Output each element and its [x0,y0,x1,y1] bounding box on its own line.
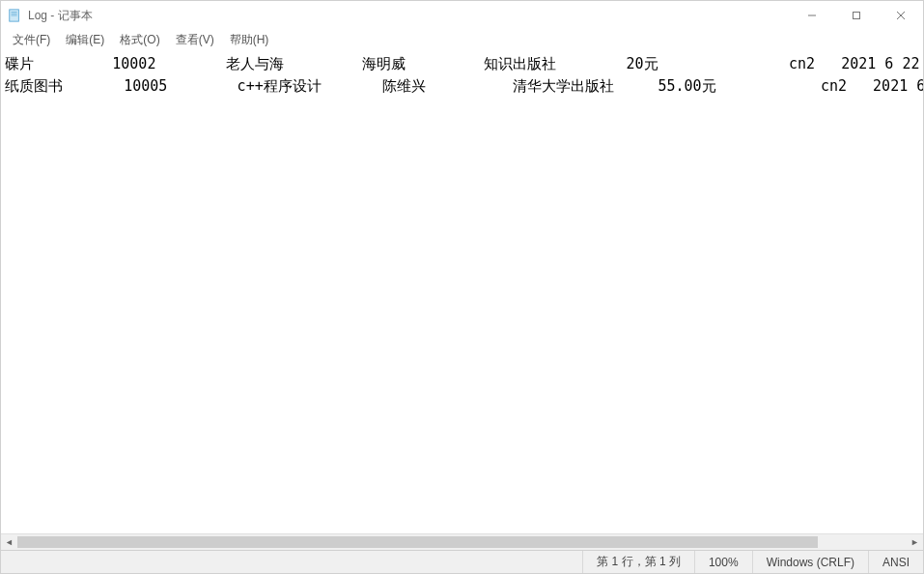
menu-help[interactable]: 帮助(H) [222,30,277,50]
window-title: Log - 记事本 [28,8,93,24]
statusbar: 第 1 行，第 1 列 100% Windows (CRLF) ANSI [1,550,923,573]
status-position: 第 1 行，第 1 列 [582,551,694,573]
svg-rect-5 [854,13,860,19]
editor-wrap: 碟片 10002 老人与海 海明威 知识出版社 20元 cn2 2021 6 2… [1,51,923,550]
scroll-thumb[interactable] [17,536,818,548]
titlebar: Log - 记事本 [1,1,923,30]
status-spacer [1,551,582,573]
menu-edit[interactable]: 编辑(E) [58,30,112,50]
scroll-left-arrow-icon[interactable]: ◄ [1,534,17,551]
notepad-icon [7,8,22,23]
status-zoom: 100% [694,551,752,573]
status-encoding: ANSI [868,551,923,573]
text-editor[interactable]: 碟片 10002 老人与海 海明威 知识出版社 20元 cn2 2021 6 2… [1,51,923,533]
scroll-track[interactable] [17,534,907,550]
horizontal-scrollbar[interactable]: ◄ ► [1,533,923,550]
menu-file[interactable]: 文件(F) [5,30,58,50]
status-lineending: Windows (CRLF) [752,551,868,573]
menu-view[interactable]: 查看(V) [168,30,222,50]
scroll-right-arrow-icon[interactable]: ► [907,534,923,551]
close-button[interactable] [879,1,923,30]
menu-format[interactable]: 格式(O) [112,30,167,50]
minimize-button[interactable] [790,1,834,30]
window-controls [790,1,923,30]
maximize-button[interactable] [834,1,879,30]
menubar: 文件(F) 编辑(E) 格式(O) 查看(V) 帮助(H) [1,30,923,51]
